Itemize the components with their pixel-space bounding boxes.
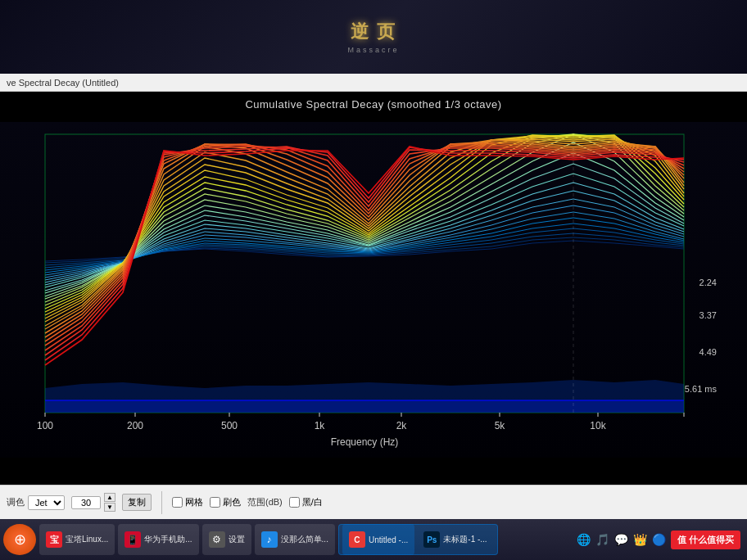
tray-icon-music[interactable]: 🎵: [595, 533, 609, 546]
number-input[interactable]: 30: [71, 496, 101, 509]
taskbar-tray: 🌐 🎵 💬 👑 🔵 值 什么值得买: [577, 531, 744, 549]
chart-area: 100 200 500 1k 2k 5k 10k Frequency (Hz) …: [0, 114, 747, 466]
toolbar-divider: [161, 491, 162, 514]
taskbar-item-photoshop[interactable]: Ps 未标题-1 -...: [417, 524, 493, 555]
svg-text:4.49: 4.49: [699, 347, 717, 357]
svg-text:5k: 5k: [495, 420, 506, 431]
grid-checkbox[interactable]: [172, 497, 183, 508]
window-title-bar: ve Spectral Decay (Untitled): [0, 74, 747, 92]
svg-text:Frequency (Hz): Frequency (Hz): [331, 436, 399, 448]
taskbar: ⊕ 宝 宝塔Linux... 📱 华为手机助... ⚙ 设置 ♪ 没那么简单..…: [0, 519, 747, 560]
ps-label: 未标题-1 -...: [443, 534, 487, 545]
untitled-icon: C: [349, 531, 365, 548]
toolbar: 调色 Jet 30 ▲ ▼ 复制 网格 刷色 范围(dB) 黑/白: [0, 485, 747, 519]
taskbar-item-music[interactable]: ♪ 没那么简单...: [255, 524, 335, 555]
window-title: ve Spectral Decay (Untitled): [7, 78, 119, 88]
huawei-label: 华为手机助...: [144, 534, 192, 545]
svg-text:2.24: 2.24: [699, 278, 717, 287]
taskbar-item-baota[interactable]: 宝 宝塔Linux...: [39, 524, 115, 555]
svg-text:500: 500: [221, 420, 238, 431]
range-label: 范围(dB): [247, 496, 283, 508]
taskbar-highlighted-group: C Untitled -... Ps 未标题-1 -...: [338, 524, 498, 555]
bw-checkbox-group: 黑/白: [289, 496, 323, 508]
baota-icon: 宝: [46, 531, 62, 548]
game-logo: 逆 页 Massacre: [324, 8, 423, 65]
taskbar-item-huawei[interactable]: 📱 华为手机助...: [118, 524, 198, 555]
bw-label: 黑/白: [302, 496, 323, 508]
svg-text:10k: 10k: [590, 420, 606, 431]
untitled-label: Untitled -...: [369, 535, 408, 544]
svg-text:2k: 2k: [396, 420, 408, 431]
baota-label: 宝塔Linux...: [66, 534, 108, 545]
brush-label: 刷色: [223, 496, 241, 508]
taskbar-item-settings[interactable]: ⚙ 设置: [202, 524, 251, 555]
chart-container: Cumulative Spectral Decay (smoothed 1/3 …: [0, 92, 747, 485]
tray-icon-bluetooth[interactable]: 🔵: [652, 533, 666, 546]
svg-text:5.61 ms: 5.61 ms: [685, 384, 718, 394]
grid-checkbox-group: 网格: [172, 496, 203, 508]
svg-rect-2: [45, 400, 684, 413]
tray-icon-globe[interactable]: 🌐: [577, 533, 591, 546]
copy-button[interactable]: 复制: [122, 494, 152, 511]
taskbar-item-untitled[interactable]: C Untitled -...: [342, 524, 414, 555]
settings-label: 设置: [229, 534, 245, 545]
svg-text:3.37: 3.37: [699, 310, 717, 320]
ps-icon: Ps: [423, 531, 440, 548]
bw-checkbox[interactable]: [289, 497, 300, 508]
top-bar: 逆 页 Massacre: [0, 0, 747, 74]
tray-icon-chat[interactable]: 💬: [614, 533, 628, 546]
number-up-btn[interactable]: ▲: [104, 493, 115, 502]
chart-title: Cumulative Spectral Decay (smoothed 1/3 …: [0, 92, 747, 114]
svg-text:100: 100: [37, 420, 53, 431]
grid-label: 网格: [185, 496, 203, 508]
number-down-btn[interactable]: ▼: [104, 503, 115, 512]
music-label: 没那么简单...: [281, 534, 328, 545]
settings-icon: ⚙: [209, 531, 225, 548]
colormap-select[interactable]: Jet: [28, 495, 65, 510]
svg-text:200: 200: [127, 420, 143, 431]
svg-text:1k: 1k: [315, 420, 326, 431]
music-icon: ♪: [261, 531, 278, 548]
huawei-icon: 📱: [124, 531, 141, 548]
csd-chart-svg: 100 200 500 1k 2k 5k 10k Frequency (Hz) …: [0, 114, 747, 466]
colormap-label: 调色: [7, 496, 25, 508]
brush-checkbox[interactable]: [210, 497, 220, 508]
taskbar-branding[interactable]: 值 什么值得买: [671, 531, 740, 549]
toolbar-number-group: 30 ▲ ▼: [71, 493, 115, 512]
tray-icon-crown[interactable]: 👑: [633, 533, 647, 546]
brush-checkbox-group: 刷色: [210, 496, 241, 508]
start-button[interactable]: ⊕: [3, 524, 36, 555]
toolbar-colormap: 调色 Jet: [7, 495, 65, 510]
